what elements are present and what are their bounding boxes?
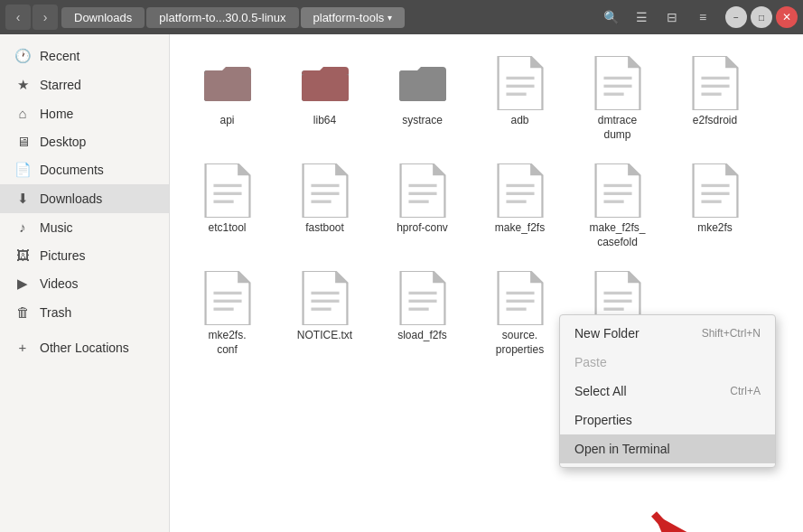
sidebar-item-recent[interactable]: 🕐 Recent (0, 42, 169, 70)
file-item-make_f2fs[interactable]: make_f2fs (477, 156, 563, 257)
file-item-hprof-conv[interactable]: hprof-conv (379, 156, 465, 257)
file-name-hprof-conv: hprof-conv (397, 221, 448, 236)
sidebar-label-downloads: Downloads (40, 191, 102, 206)
file-icon-mke2fs-conf (204, 271, 251, 325)
sidebar-label-other-locations: Other Locations (40, 341, 129, 355)
file-item-source-properties[interactable]: source.properties (477, 264, 563, 364)
list-view-button[interactable]: ☰ (628, 5, 655, 30)
music-icon: ♪ (14, 219, 31, 235)
downloads-icon: ⬇ (14, 191, 31, 207)
file-item-notice[interactable]: NOTICE.txt (282, 264, 368, 364)
sidebar-item-pictures[interactable]: 🖼 Pictures (0, 241, 169, 269)
sidebar-item-downloads[interactable]: ⬇ Downloads (0, 184, 169, 213)
menu-item-select-all[interactable]: Select All Ctrl+A (560, 377, 775, 406)
back-button[interactable]: ‹ (5, 5, 31, 30)
trash-icon: 🗑 (14, 304, 31, 320)
menu-button[interactable]: ≡ (689, 5, 716, 30)
desktop-icon: 🖥 (14, 134, 31, 149)
file-item-dmtracedump[interactable]: dmtracedump (574, 49, 660, 149)
menu-item-properties[interactable]: Properties (560, 406, 775, 434)
file-icon-dmtracedump (594, 56, 641, 110)
file-item-lib64[interactable]: lib64 (282, 49, 368, 149)
file-item-e2fsdroid[interactable]: e2fsdroid (672, 49, 758, 149)
menu-label-paste: Paste (574, 355, 607, 369)
file-icon-sload_f2fs (399, 271, 446, 325)
sidebar-item-home[interactable]: ⌂ Home (0, 99, 169, 127)
sidebar-item-starred[interactable]: ★ Starred (0, 70, 169, 99)
svg-rect-2 (204, 74, 251, 101)
file-icon-mke2fs (692, 163, 739, 218)
menu-label-open-terminal: Open in Terminal (574, 442, 670, 456)
toolbar-actions: 🔍 ☰ ⊟ ≡ (597, 5, 716, 30)
sidebar: 🕐 Recent ★ Starred ⌂ Home 🖥 Desktop 📄 Do… (0, 34, 170, 532)
file-icon-make_f2fs_casefold (594, 163, 641, 218)
window-controls: − □ ✕ (725, 6, 798, 28)
maximize-button[interactable]: □ (751, 6, 772, 28)
file-item-adb[interactable]: adb (477, 49, 563, 149)
breadcrumb-tab-downloads[interactable]: Downloads (61, 7, 145, 28)
file-icon-e2fsdroid (692, 56, 739, 110)
sidebar-item-videos[interactable]: ▶ Videos (0, 269, 169, 298)
other-locations-icon: + (14, 340, 31, 355)
file-area: api lib64 (170, 34, 803, 532)
file-item-sload_f2fs[interactable]: sload_f2fs (379, 264, 465, 364)
sidebar-label-starred: Starred (40, 78, 81, 92)
file-name-e2fsdroid: e2fsdroid (693, 114, 737, 128)
menu-label-properties: Properties (574, 413, 632, 427)
titlebar: ‹ › Downloads platform-to...30.0.5-linux… (0, 0, 803, 34)
view-toggle-button[interactable]: ⊟ (658, 5, 686, 30)
pictures-icon: 🖼 (14, 247, 31, 263)
red-arrow-icon (627, 487, 708, 532)
sidebar-item-other-locations[interactable]: + Other Locations (0, 333, 169, 361)
sidebar-label-pictures: Pictures (40, 248, 86, 263)
svg-line-78 (654, 514, 695, 532)
breadcrumb: Downloads platform-to...30.0.5-linux pla… (61, 7, 593, 28)
svg-rect-4 (302, 74, 349, 101)
file-item-fastboot[interactable]: fastboot (282, 156, 368, 257)
sidebar-label-music: Music (40, 220, 73, 235)
file-item-mke2fs-conf[interactable]: mke2fs.conf (184, 264, 270, 364)
file-icon-hprof-conv (399, 163, 446, 218)
file-name-fastboot: fastboot (305, 221, 344, 236)
breadcrumb-tab-platform-tools[interactable]: platform-tools ▾ (301, 7, 406, 28)
home-icon: ⌂ (14, 106, 31, 121)
file-item-api[interactable]: api (184, 49, 270, 149)
file-name-mke2fs-conf: mke2fs.conf (208, 329, 246, 357)
breadcrumb-tab-platform-30[interactable]: platform-to...30.0.5-linux (146, 7, 298, 28)
minimize-button[interactable]: − (725, 6, 747, 28)
sidebar-label-desktop: Desktop (40, 135, 86, 149)
forward-button[interactable]: › (33, 5, 58, 30)
file-icon-make_f2fs (497, 163, 544, 218)
file-name-adb: adb (510, 114, 528, 128)
file-icon-etc1tool (204, 163, 251, 218)
menu-shortcut-select-all: Ctrl+A (730, 385, 761, 397)
svg-rect-6 (399, 74, 446, 101)
file-item-mke2fs[interactable]: mke2fs (672, 156, 758, 257)
documents-icon: 📄 (14, 162, 31, 178)
sidebar-item-music[interactable]: ♪ Music (0, 213, 169, 241)
starred-icon: ★ (14, 77, 31, 93)
file-item-make_f2fs_casefold[interactable]: make_f2fs_casefold (574, 156, 660, 257)
file-item-etc1tool[interactable]: etc1tool (184, 156, 270, 257)
file-name-make_f2fs_casefold: make_f2fs_casefold (589, 221, 645, 249)
menu-item-paste: Paste (560, 348, 775, 377)
recent-icon: 🕐 (14, 48, 31, 64)
folder-icon-api (204, 56, 251, 110)
sidebar-item-trash[interactable]: 🗑 Trash (0, 298, 169, 326)
search-button[interactable]: 🔍 (597, 5, 624, 30)
close-button[interactable]: ✕ (776, 6, 798, 28)
menu-item-open-terminal[interactable]: Open in Terminal (560, 434, 775, 463)
videos-icon: ▶ (14, 275, 31, 292)
file-name-sload_f2fs: sload_f2fs (397, 329, 447, 343)
menu-item-new-folder[interactable]: New Folder Shift+Ctrl+N (560, 319, 775, 348)
menu-label-new-folder: New Folder (574, 326, 640, 341)
file-name-make_f2fs: make_f2fs (495, 221, 545, 236)
file-item-systrace[interactable]: systrace (379, 49, 465, 149)
file-name-dmtracedump: dmtracedump (598, 114, 637, 142)
file-name-api: api (219, 114, 234, 128)
sidebar-item-documents[interactable]: 📄 Documents (0, 155, 169, 184)
main-container: 🕐 Recent ★ Starred ⌂ Home 🖥 Desktop 📄 Do… (0, 34, 803, 532)
sidebar-item-desktop[interactable]: 🖥 Desktop (0, 127, 169, 155)
folder-icon-systrace (399, 56, 446, 110)
folder-icon-lib64 (302, 56, 349, 110)
